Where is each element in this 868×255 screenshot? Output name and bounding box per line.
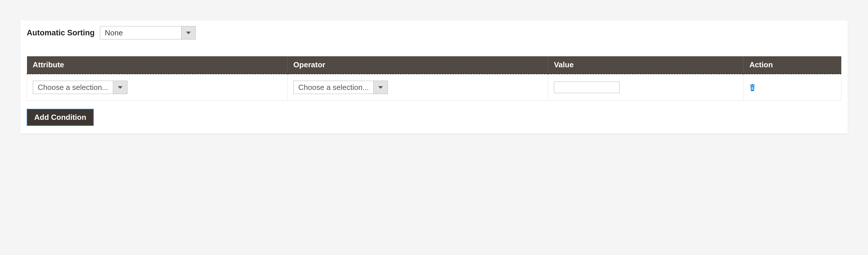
automatic-sorting-dropdown-button[interactable] xyxy=(181,26,196,39)
operator-select[interactable]: Choose a selection... xyxy=(293,81,388,94)
header-attribute: Attribute xyxy=(27,56,288,74)
caret-down-icon xyxy=(118,86,123,89)
svg-rect-0 xyxy=(750,85,755,86)
cell-attribute: Choose a selection... xyxy=(27,74,288,101)
value-input[interactable] xyxy=(554,82,620,93)
automatic-sorting-row: Automatic Sorting None xyxy=(27,26,841,39)
automatic-sorting-value: None xyxy=(100,26,181,39)
caret-down-icon xyxy=(378,86,383,89)
header-action: Action xyxy=(743,56,841,74)
cell-operator: Choose a selection... xyxy=(287,74,548,101)
delete-row-button[interactable] xyxy=(749,83,756,92)
conditions-panel: Automatic Sorting None Attribute Operato… xyxy=(20,20,848,133)
add-condition-button[interactable]: Add Condition xyxy=(27,109,94,126)
header-operator: Operator xyxy=(287,56,548,74)
svg-rect-3 xyxy=(752,87,753,90)
cell-action xyxy=(743,74,841,101)
caret-down-icon xyxy=(186,32,191,34)
header-value: Value xyxy=(548,56,743,74)
attribute-dropdown-button[interactable] xyxy=(113,81,127,94)
trash-icon xyxy=(749,84,756,92)
conditions-table: Attribute Operator Value Action Choose a… xyxy=(27,56,841,101)
svg-rect-4 xyxy=(753,87,753,90)
condition-row: Choose a selection... Choose a selection… xyxy=(27,74,841,101)
attribute-select[interactable]: Choose a selection... xyxy=(33,81,127,94)
operator-select-value: Choose a selection... xyxy=(293,81,374,94)
automatic-sorting-label: Automatic Sorting xyxy=(27,28,95,37)
attribute-select-value: Choose a selection... xyxy=(33,81,113,94)
conditions-header-row: Attribute Operator Value Action xyxy=(27,56,841,74)
automatic-sorting-select[interactable]: None xyxy=(100,26,196,39)
svg-rect-1 xyxy=(752,84,754,85)
operator-dropdown-button[interactable] xyxy=(373,81,388,94)
cell-value xyxy=(548,74,743,101)
